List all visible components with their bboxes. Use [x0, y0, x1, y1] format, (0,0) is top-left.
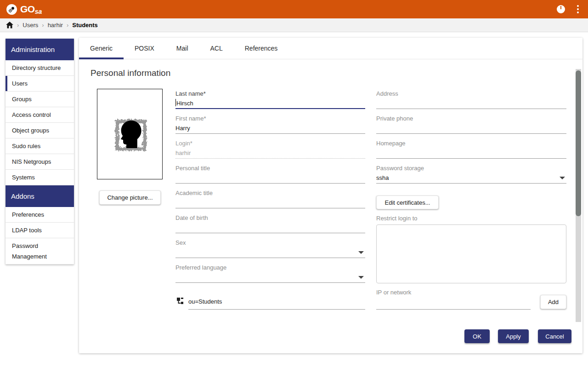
address-input[interactable]	[376, 100, 566, 107]
preferred-language-label: Preferred language	[175, 264, 365, 271]
panel-scrollbar-thumb[interactable]	[576, 70, 581, 216]
restrict-login-listbox[interactable]	[376, 224, 566, 283]
private-phone-label: Private phone	[376, 115, 566, 122]
sidebar-item-users[interactable]: Users	[6, 76, 74, 92]
sidebar-item-sudo-rules[interactable]: Sudo rules	[6, 138, 74, 154]
base-dn-row: ou=Students	[175, 297, 365, 310]
sex-field: Sex	[175, 240, 365, 258]
login-field: Login*	[175, 140, 365, 159]
first-name-label: First name*	[175, 115, 365, 122]
tab-mail[interactable]: Mail	[165, 38, 199, 59]
edit-certificates-button[interactable]: Edit certificates...	[376, 196, 439, 209]
panel-scrollbar-track[interactable]	[576, 69, 581, 322]
academic-title-input[interactable]	[175, 199, 365, 206]
academic-title-label: Academic title	[175, 190, 365, 196]
page-title: Personal information	[90, 68, 170, 78]
sidebar-section-administration: Administration	[6, 39, 74, 60]
password-storage-select[interactable]: ssha	[376, 172, 566, 184]
ip-network-input[interactable]	[376, 299, 531, 305]
breadcrumb-students: Students	[72, 22, 98, 29]
sex-select[interactable]	[175, 246, 365, 258]
password-storage-field: Password storage ssha	[376, 165, 566, 184]
date-of-birth-input[interactable]	[175, 224, 365, 231]
personal-title-field: Personal title	[175, 165, 365, 184]
ip-network-label: IP or network	[376, 289, 531, 296]
rocket-logo-icon	[6, 4, 17, 15]
breadcrumb-users[interactable]: Users	[23, 22, 38, 29]
logo-sub: sa	[35, 8, 42, 15]
editor-panel: Generic POSIX Mail ACL References Person…	[79, 38, 582, 353]
sidebar-section-addons: Addons	[6, 185, 74, 207]
apply-button[interactable]: Apply	[498, 329, 529, 343]
chevron-down-icon[interactable]	[358, 251, 364, 254]
user-photo	[97, 89, 163, 179]
base-dn-value[interactable]: ou=Students	[188, 297, 365, 310]
sidebar-item-ldap-tools[interactable]: LDAP tools	[6, 223, 74, 238]
sidebar-item-nis-netgroups[interactable]: NIS Netgroups	[6, 154, 74, 170]
chevron-down-icon[interactable]	[560, 177, 565, 179]
first-name-field: First name*	[175, 115, 365, 134]
sidebar-item-password-management[interactable]: Password Management	[6, 238, 74, 264]
logo-text: GOsa	[20, 4, 42, 15]
ip-network-field: IP or network	[376, 289, 531, 310]
password-storage-label: Password storage	[376, 165, 566, 172]
head-silhouette-image	[110, 114, 150, 155]
breadcrumb-separator: ›	[42, 22, 44, 29]
homepage-label: Homepage	[376, 140, 566, 147]
app-header: GOsa	[0, 0, 588, 18]
private-phone-field: Private phone	[376, 115, 566, 134]
change-picture-button[interactable]: Change picture...	[99, 190, 161, 205]
sidebar-item-directory-structure[interactable]: Directory structure	[6, 60, 74, 76]
preferred-language-select[interactable]	[175, 271, 365, 283]
tab-references[interactable]: References	[234, 38, 289, 59]
breadcrumb-separator: ›	[17, 22, 19, 29]
breadcrumb-harhir[interactable]: harhir	[48, 22, 63, 29]
login-label: Login*	[175, 140, 365, 147]
sidebar-nav: Administration Directory structure Users…	[6, 39, 74, 264]
date-of-birth-field: Date of birth	[175, 215, 365, 233]
last-name-input[interactable]	[176, 100, 366, 107]
chevron-down-icon[interactable]	[358, 276, 364, 279]
homepage-input[interactable]	[376, 150, 566, 156]
homepage-field: Homepage	[376, 140, 566, 159]
personal-title-label: Personal title	[175, 165, 365, 172]
login-input	[175, 150, 365, 156]
text-cursor	[175, 99, 176, 106]
session-clock-icon[interactable]	[557, 5, 565, 13]
overflow-menu-icon[interactable]	[577, 5, 579, 13]
address-field: Address	[376, 91, 566, 109]
last-name-label: Last name*	[175, 91, 365, 97]
first-name-input[interactable]	[175, 125, 365, 132]
ok-button[interactable]: OK	[464, 329, 490, 343]
breadcrumb-separator: ›	[67, 22, 68, 29]
cancel-button[interactable]: Cancel	[538, 329, 571, 343]
tab-posix[interactable]: POSIX	[124, 38, 165, 59]
directory-tree-icon	[176, 297, 184, 307]
date-of-birth-label: Date of birth	[175, 215, 365, 221]
breadcrumb: › Users › harhir › Students	[0, 18, 588, 32]
logo-main: GO	[20, 4, 35, 14]
sex-label: Sex	[175, 240, 365, 246]
tab-acl[interactable]: ACL	[199, 38, 234, 59]
tab-bar: Generic POSIX Mail ACL References	[79, 38, 582, 59]
restrict-login-label: Restrict login to	[376, 215, 418, 222]
sidebar-item-access-control[interactable]: Access control	[6, 107, 74, 123]
preferred-language-field: Preferred language	[175, 264, 365, 283]
personal-title-input[interactable]	[175, 174, 365, 181]
app-logo[interactable]: GOsa	[6, 4, 42, 15]
home-icon[interactable]	[6, 22, 13, 29]
private-phone-input[interactable]	[376, 125, 566, 132]
sidebar-item-groups[interactable]: Groups	[6, 92, 74, 107]
last-name-field: Last name*	[175, 91, 365, 109]
academic-title-field: Academic title	[175, 190, 365, 208]
sidebar-item-preferences[interactable]: Preferences	[6, 207, 74, 223]
add-button[interactable]: Add	[540, 295, 566, 309]
sidebar-item-object-groups[interactable]: Object groups	[6, 123, 74, 138]
tab-generic[interactable]: Generic	[79, 38, 124, 59]
address-label: Address	[376, 91, 566, 97]
sidebar-item-systems[interactable]: Systems	[6, 170, 74, 185]
